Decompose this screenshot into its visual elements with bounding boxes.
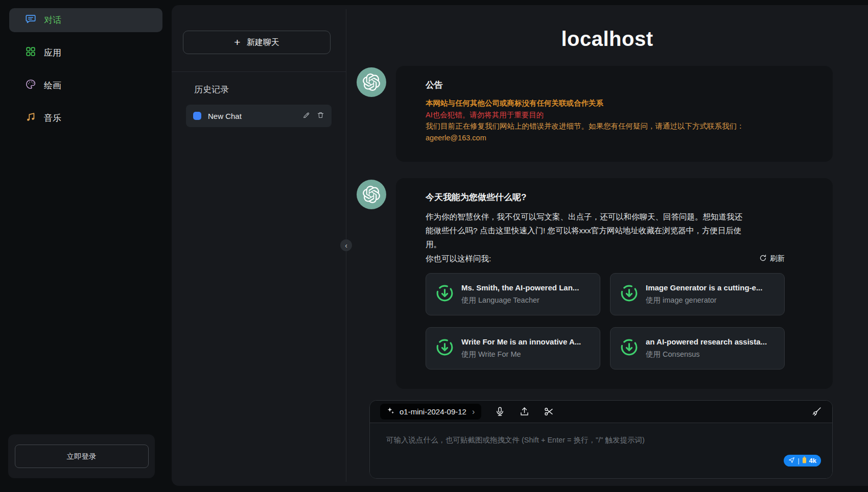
suggestion-subtitle: 使用 Write For Me: [461, 350, 581, 359]
suggestion-subtitle: 使用 Language Teacher: [461, 296, 579, 305]
announcement-bubble: 公告 本网站与任何其他公司或商标没有任何关联或合作关系 AI也会犯错。请勿将其用…: [396, 66, 833, 162]
suggestion-title: Image Generator is a cutting-e...: [646, 283, 762, 292]
clear-context-broom-icon[interactable]: [811, 406, 822, 417]
page-title: localhost: [346, 28, 868, 51]
suggestion-title: Write For Me is an innovative A...: [461, 337, 581, 346]
welcome-title: 今天我能为您做些什么呢?: [426, 191, 817, 203]
chat-list-column: + 新建聊天 历史记录 New Chat: [172, 5, 346, 486]
suggestion-card[interactable]: Ms. Smith, the AI-powered Lan... 使用 Lang…: [426, 273, 600, 315]
composer-toolbar: o1-mini-2024-09-12 ›: [370, 401, 832, 423]
badge-divider: |: [797, 457, 799, 464]
chat-item-title: New Chat: [208, 112, 242, 120]
composer-input-area: | 4k: [370, 423, 832, 478]
refresh-label: 刷新: [770, 254, 785, 263]
welcome-body: 作为你的智慧伙伴，我不仅可以写文案、出点子，还可以和你聊天、回答问题。想知道我还…: [426, 210, 743, 251]
divider: [172, 71, 346, 72]
sidebar-item-label: 应用: [44, 47, 61, 59]
suggestion-title: Ms. Smith, the AI-powered Lan...: [461, 283, 579, 292]
download-circle-icon: [620, 284, 639, 305]
ask-hint: 你也可以这样问我:: [426, 252, 491, 265]
sidebar: 对话 应用 绘画: [0, 0, 172, 492]
download-circle-icon: [435, 338, 454, 359]
message-welcome: 今天我能为您做些什么呢? 作为你的智慧伙伴，我不仅可以写文案、出点子，还可以和你…: [357, 178, 868, 389]
plus-icon: +: [234, 37, 240, 47]
chevron-left-icon: ‹: [345, 241, 347, 250]
message-announcement: 公告 本网站与任何其他公司或商标没有任何关联或合作关系 AI也会犯错。请勿将其用…: [357, 66, 868, 162]
sidebar-item-label: 绘画: [44, 80, 61, 91]
openai-logo-avatar: [357, 180, 386, 209]
announcement-line-3: 我们目前正在修复我们网站上的错误并改进细节。如果您有任何疑问，请通过以下方式联系…: [426, 120, 812, 132]
suggestion-subtitle: 使用 Consensus: [646, 350, 767, 359]
sparkle-icon: [387, 407, 395, 416]
refresh-button[interactable]: 刷新: [759, 254, 785, 263]
token-count: 4k: [809, 457, 816, 464]
scissors-icon[interactable]: [544, 406, 554, 417]
suggestion-subtitle: 使用 image generator: [646, 296, 762, 305]
openai-logo-avatar: [357, 67, 386, 97]
sidebar-item-apps[interactable]: 应用: [9, 41, 162, 65]
suggestion-grid: Ms. Smith, the AI-powered Lan... 使用 Lang…: [426, 273, 817, 370]
suggestion-card[interactable]: Image Generator is a cutting-e... 使用 ima…: [610, 273, 785, 315]
sidebar-item-music[interactable]: 音乐: [9, 106, 162, 130]
microphone-icon[interactable]: [495, 406, 505, 417]
suggestion-card[interactable]: Write For Me is an innovative A... 使用 Wr…: [426, 327, 600, 370]
new-chat-label: 新建聊天: [247, 37, 279, 48]
send-plane-icon: [788, 457, 795, 465]
model-label: o1-mini-2024-09-12: [400, 407, 466, 416]
chat-main: localhost 公告 本网站与任何其他公司或商标没有任何关联或合作关系 AI…: [346, 5, 868, 486]
login-card: 立即登录: [8, 434, 155, 478]
music-note-icon: [25, 111, 36, 125]
delete-icon[interactable]: [317, 111, 324, 121]
chat-list-item[interactable]: New Chat: [186, 105, 332, 127]
sidebar-item-label: 对话: [44, 14, 61, 26]
login-button[interactable]: 立即登录: [15, 445, 149, 468]
history-title: 历史记录: [194, 84, 346, 95]
download-circle-icon: [435, 284, 454, 305]
upload-icon[interactable]: [519, 406, 530, 417]
download-circle-icon: [620, 338, 639, 359]
palette-icon: [25, 79, 36, 92]
announcement-line-2: AI也会犯错。请勿将其用于重要目的: [426, 109, 812, 121]
announcement-line-1: 本网站与任何其他公司或商标没有任何关联或合作关系: [426, 97, 812, 109]
sidebar-item-drawing[interactable]: 绘画: [9, 73, 162, 97]
chat-color-swatch: [193, 112, 201, 120]
suggestion-card[interactable]: an AI-powered research assista... 使用 Con…: [610, 327, 785, 370]
edit-icon[interactable]: [302, 111, 310, 121]
chat-bubble-icon: [25, 13, 36, 27]
refresh-icon: [759, 254, 767, 263]
new-chat-button[interactable]: + 新建聊天: [183, 31, 331, 54]
composer: o1-mini-2024-09-12 ›: [369, 400, 833, 479]
welcome-bubble: 今天我能为您做些什么呢? 作为你的智慧伙伴，我不仅可以写文案、出点子，还可以和你…: [396, 178, 833, 389]
app-grid-icon: [25, 46, 36, 60]
sidebar-item-chat[interactable]: 对话: [9, 8, 162, 32]
contact-email-link[interactable]: ageerle@163.com: [426, 134, 486, 142]
message-input[interactable]: [370, 423, 832, 478]
announcement-title: 公告: [426, 79, 812, 91]
chevron-right-icon: ›: [472, 407, 475, 416]
suggestion-title: an AI-powered research assista...: [646, 337, 767, 346]
model-selector[interactable]: o1-mini-2024-09-12 ›: [380, 404, 481, 420]
sidebar-item-label: 音乐: [44, 112, 61, 124]
battery-icon: [802, 456, 807, 465]
token-count-badge[interactable]: | 4k: [784, 455, 821, 466]
collapse-sidebar-button[interactable]: ‹: [340, 239, 352, 251]
content-panel: + 新建聊天 历史记录 New Chat ‹: [172, 5, 868, 486]
